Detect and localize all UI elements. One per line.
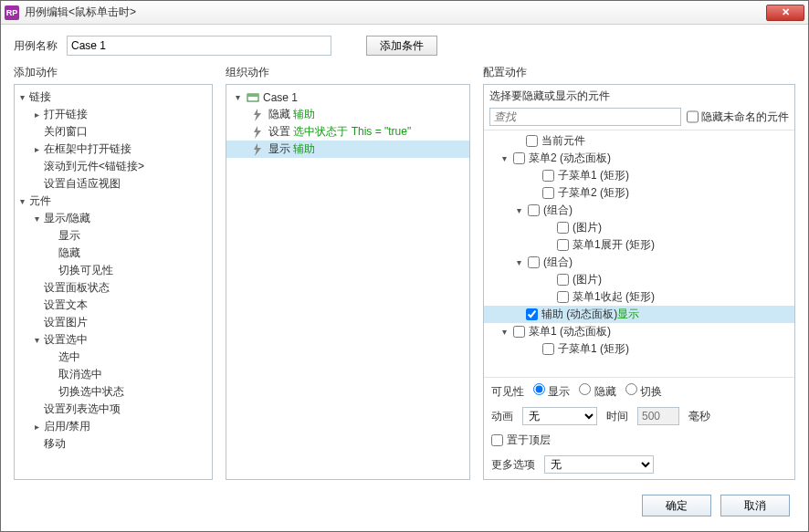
add-condition-button[interactable]: 添加条件 xyxy=(366,36,437,56)
widget-tree-item[interactable]: 辅助 (动态面板) 显示 xyxy=(484,306,794,323)
action-row[interactable]: 显示 辅助 xyxy=(226,141,469,158)
action-tree-item[interactable]: 选中 xyxy=(15,349,212,366)
action-tree-item[interactable]: ▸启用/禁用 xyxy=(15,418,212,435)
case-label: Case 1 xyxy=(263,91,298,104)
radio-toggle-input[interactable] xyxy=(625,383,637,395)
action-tree-item[interactable]: 切换选中状态 xyxy=(15,383,212,401)
tree-twisty-icon: ▾ xyxy=(513,257,524,267)
action-tree-item[interactable]: ▸在框架中打开链接 xyxy=(15,141,212,158)
action-tree-item[interactable]: 移动 xyxy=(15,435,212,453)
bring-to-front-checkbox-label[interactable]: 置于顶层 xyxy=(491,433,551,448)
widget-checkbox[interactable] xyxy=(557,291,569,303)
action-tree-item[interactable]: ▾设置选中 xyxy=(15,331,212,349)
cancel-button[interactable]: 取消 xyxy=(720,495,790,516)
tree-twisty-icon: ▸ xyxy=(31,422,42,432)
tree-item-label: 切换选中状态 xyxy=(57,384,124,400)
action-tree-item[interactable]: ▾元件 xyxy=(15,193,212,210)
search-input[interactable] xyxy=(489,108,681,126)
widget-checkbox[interactable] xyxy=(557,274,569,286)
widget-checkbox[interactable] xyxy=(513,152,525,164)
tree-twisty-icon: ▾ xyxy=(31,214,42,224)
bring-to-front-checkbox[interactable] xyxy=(491,434,503,446)
widget-tree-item[interactable]: 当前元件 xyxy=(484,132,794,150)
time-input[interactable] xyxy=(637,407,679,425)
time-label: 时间 xyxy=(606,409,628,424)
widget-label: 菜单1展开 (矩形) xyxy=(573,237,655,253)
widget-tree-item[interactable]: ▾(组合) xyxy=(484,202,794,219)
widget-checkbox[interactable] xyxy=(526,308,538,320)
widget-tree-item[interactable]: 菜单1展开 (矩形) xyxy=(484,236,794,254)
widget-checkbox[interactable] xyxy=(557,239,569,251)
case-row[interactable]: ▾Case 1 xyxy=(226,89,469,106)
radio-toggle[interactable]: 切换 xyxy=(625,383,662,400)
radio-show-input[interactable] xyxy=(533,383,545,395)
hide-unnamed-checkbox[interactable] xyxy=(687,108,699,126)
more-select[interactable]: 无 xyxy=(544,455,654,474)
action-tree-item[interactable]: 设置文本 xyxy=(15,297,212,314)
widget-label: (图片) xyxy=(573,220,602,235)
widget-label: 辅助 (动态面板) xyxy=(541,307,617,322)
widget-tree-item[interactable]: 子菜单2 (矩形) xyxy=(484,184,794,202)
case-name-input[interactable] xyxy=(67,36,331,56)
tree-twisty-icon: ▾ xyxy=(232,92,243,102)
hide-unnamed-checkbox-label[interactable]: 隐藏未命名的元件 xyxy=(687,108,789,126)
tree-twisty-icon: ▸ xyxy=(31,144,42,154)
animation-select[interactable]: 无 xyxy=(522,407,597,425)
radio-show[interactable]: 显示 xyxy=(533,383,570,400)
widget-checkbox[interactable] xyxy=(542,187,554,199)
widget-checkbox[interactable] xyxy=(528,204,540,216)
action-tree-item[interactable]: 取消选中 xyxy=(15,366,212,383)
svg-marker-2 xyxy=(254,109,261,121)
action-tree-item[interactable]: 设置自适应视图 xyxy=(15,175,212,193)
action-tree-item[interactable]: 隐藏 xyxy=(15,245,212,262)
tree-item-label: 关闭窗口 xyxy=(42,124,88,140)
widget-state-label: 显示 xyxy=(617,307,639,322)
widget-tree-item[interactable]: 子菜单1 (矩形) xyxy=(484,340,794,358)
action-tree-item[interactable]: 设置面板状态 xyxy=(15,279,212,297)
action-tree-item[interactable]: 显示 xyxy=(15,227,212,245)
action-tree-item[interactable]: ▸打开链接 xyxy=(15,106,212,123)
add-action-tree[interactable]: ▾链接▸打开链接关闭窗口▸在框架中打开链接滚动到元件<锚链接>设置自适应视图▾元… xyxy=(15,85,212,479)
widget-checkbox[interactable] xyxy=(526,135,538,147)
widget-tree[interactable]: 当前元件▾菜单2 (动态面板)子菜单1 (矩形)子菜单2 (矩形)▾(组合)(图… xyxy=(484,130,794,377)
tree-item-label: 滚动到元件<锚链接> xyxy=(42,159,144,174)
widget-tree-item[interactable]: 菜单1收起 (矩形) xyxy=(484,288,794,306)
titlebar: RP 用例编辑<鼠标单击时> ✕ xyxy=(1,1,808,25)
widget-tree-item[interactable]: ▾(组合) xyxy=(484,254,794,271)
action-row[interactable]: 隐藏 辅助 xyxy=(226,106,469,123)
widget-tree-item[interactable]: (图片) xyxy=(484,271,794,288)
action-tree-item[interactable]: 滚动到元件<锚链接> xyxy=(15,158,212,175)
action-tree-item[interactable]: ▾显示/隐藏 xyxy=(15,210,212,227)
dialog-body: 用例名称 添加条件 添加动作 ▾链接▸打开链接关闭窗口▸在框架中打开链接滚动到元… xyxy=(1,25,808,531)
widget-label: (组合) xyxy=(543,255,573,270)
action-row[interactable]: 设置 选中状态于 This = "true" xyxy=(226,123,469,141)
action-tree-item[interactable]: 设置图片 xyxy=(15,314,212,331)
widget-checkbox[interactable] xyxy=(542,170,554,182)
widget-checkbox[interactable] xyxy=(542,343,554,355)
widget-tree-item[interactable]: ▾菜单1 (动态面板) xyxy=(484,323,794,340)
action-text: 显示 辅助 xyxy=(268,141,315,157)
action-tree-item[interactable]: 设置列表选中项 xyxy=(15,401,212,418)
widget-checkbox[interactable] xyxy=(513,326,525,338)
radio-hide-input[interactable] xyxy=(579,383,591,395)
organize-action-panel: ▾Case 1隐藏 辅助设置 选中状态于 This = "true"显示 辅助 xyxy=(226,84,470,480)
col-organize-action-title: 组织动作 xyxy=(226,65,470,80)
app-icon: RP xyxy=(5,5,19,20)
widget-tree-item[interactable]: 子菜单1 (矩形) xyxy=(484,167,794,184)
widget-checkbox[interactable] xyxy=(528,256,540,268)
radio-hide[interactable]: 隐藏 xyxy=(579,383,615,400)
tree-item-label: 选中 xyxy=(57,349,80,365)
tree-item-label: 设置文本 xyxy=(42,297,88,313)
tree-twisty-icon: ▾ xyxy=(499,327,510,337)
organize-action-tree[interactable]: ▾Case 1隐藏 辅助设置 选中状态于 This = "true"显示 辅助 xyxy=(226,85,469,479)
action-tree-item[interactable]: ▾链接 xyxy=(15,89,212,106)
widget-tree-item[interactable]: ▾菜单2 (动态面板) xyxy=(484,150,794,167)
action-tree-item[interactable]: 切换可见性 xyxy=(15,262,212,279)
footer: 确定 取消 xyxy=(14,489,795,522)
close-button[interactable]: ✕ xyxy=(766,5,804,21)
widget-tree-item[interactable]: (图片) xyxy=(484,219,794,236)
ok-button[interactable]: 确定 xyxy=(642,495,711,516)
widget-label: 菜单1收起 (矩形) xyxy=(573,289,655,305)
widget-checkbox[interactable] xyxy=(557,222,569,234)
action-tree-item[interactable]: 关闭窗口 xyxy=(15,123,212,141)
